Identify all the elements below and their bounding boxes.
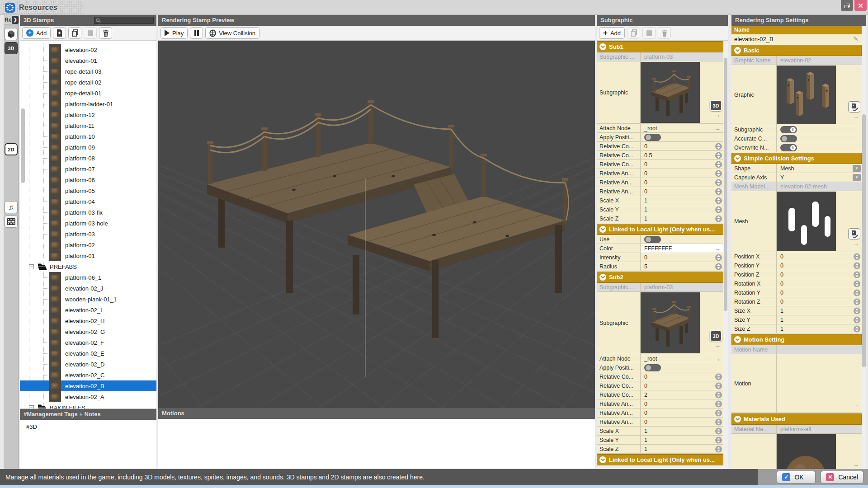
open-3d-picker-button[interactable]: 3D — [710, 330, 722, 342]
property-value[interactable]: 0 — [777, 288, 862, 297]
tree-item[interactable]: platform-07 — [20, 164, 156, 174]
section-header[interactable]: Sub1 — [597, 41, 723, 52]
spinner-control[interactable] — [715, 409, 722, 416]
tree-item[interactable]: platform-02 — [20, 239, 156, 250]
toggle-off[interactable] — [644, 236, 661, 243]
tree-folder[interactable]: –BAKIN FILES — [20, 402, 156, 409]
tree-item[interactable]: elevation-02 — [20, 44, 156, 55]
spinner-control[interactable] — [715, 436, 722, 443]
thumbnail-image[interactable] — [641, 62, 700, 123]
movie-tab[interactable] — [5, 216, 18, 228]
tree-folder[interactable]: –PREFABS — [20, 261, 156, 272]
property-value[interactable]: 0.5 — [641, 151, 723, 160]
detail-arrow-icon[interactable]: → — [714, 342, 721, 349]
new-page-button[interactable] — [53, 27, 66, 39]
spinner-control[interactable] — [854, 262, 860, 269]
detail-arrow-icon[interactable]: → — [853, 461, 859, 468]
tree-item[interactable]: elevation-01 — [20, 55, 156, 66]
copy-button[interactable] — [68, 27, 81, 39]
dropdown-button[interactable]: ▼ — [853, 174, 861, 181]
tree-item[interactable]: elevation-02_I — [20, 305, 156, 315]
property-value[interactable]: → — [777, 354, 862, 413]
property-value[interactable]: 0 — [641, 160, 723, 169]
tree-item[interactable]: platform-09 — [20, 142, 156, 153]
property-value[interactable] — [777, 345, 862, 354]
spinner-control[interactable] — [715, 418, 722, 425]
tree-item[interactable]: rope-detail-03 — [20, 66, 156, 77]
3d-stamps-tab[interactable]: 3D — [5, 42, 18, 54]
search-input[interactable] — [94, 17, 154, 24]
stamp-cube-tab[interactable] — [5, 28, 18, 40]
property-value[interactable]: 0 — [641, 169, 723, 178]
property-value[interactable]: 1 — [641, 427, 723, 435]
thumbnail-image[interactable] — [777, 192, 836, 251]
detail-arrow-icon[interactable]: → — [853, 113, 859, 120]
tags-note[interactable]: #3D — [20, 420, 156, 468]
property-value[interactable]: elevation-02-mesh — [777, 182, 862, 191]
property-value[interactable]: FFFFFFFF→ — [641, 244, 723, 253]
property-value[interactable] — [777, 143, 862, 152]
toggle-off[interactable] — [780, 135, 797, 142]
property-value[interactable]: platform-03 — [641, 52, 723, 61]
spinner-control[interactable] — [715, 143, 722, 150]
add-subgraphic-button[interactable]: +Add — [599, 27, 625, 39]
property-value[interactable] — [641, 133, 723, 141]
thumbnail-image[interactable] — [777, 434, 836, 469]
dropdown-button[interactable]: ▼ — [853, 165, 861, 172]
spinner-control[interactable] — [715, 188, 722, 195]
spinner-control[interactable] — [715, 161, 722, 168]
detail-arrow-icon[interactable]: → — [714, 125, 721, 132]
property-value[interactable]: 1 — [641, 214, 723, 223]
property-value[interactable]: → — [777, 65, 862, 125]
audio-tab[interactable]: ♫ — [5, 201, 18, 213]
tree-item[interactable]: elevation-02_D — [20, 359, 156, 370]
property-value[interactable]: Mesh▼ — [777, 164, 862, 173]
2d-stamps-tab[interactable]: 2D — [5, 143, 18, 155]
property-value[interactable]: 0 — [777, 261, 862, 270]
property-value[interactable]: 0 — [777, 270, 862, 279]
detail-arrow-icon[interactable]: → — [853, 400, 859, 408]
property-value[interactable]: 1 — [641, 205, 723, 214]
property-value[interactable]: 0 — [641, 253, 723, 262]
spinner-control[interactable] — [854, 271, 860, 278]
property-value[interactable]: 1 — [777, 324, 862, 333]
delete-subgraphic-button[interactable] — [658, 27, 671, 39]
property-value[interactable]: 0 — [641, 418, 723, 426]
tree-item[interactable]: elevation-02_G — [20, 326, 156, 337]
property-value[interactable]: 1 — [641, 196, 723, 205]
tree-item[interactable]: rope-detail-01 — [20, 88, 156, 99]
tree-item[interactable]: platform-06 — [20, 174, 156, 185]
tree-item[interactable]: rope-detail-02 — [20, 77, 156, 88]
property-value[interactable] — [777, 134, 862, 143]
cancel-button[interactable]: ✕Cancel — [821, 471, 863, 483]
spinner-control[interactable] — [715, 263, 722, 270]
spinner-control[interactable] — [715, 179, 722, 186]
property-value[interactable]: 0 — [641, 372, 723, 381]
restore-window-button[interactable] — [841, 0, 853, 11]
thumbnail-image[interactable] — [777, 66, 836, 124]
property-value[interactable]: _root→ — [641, 124, 723, 132]
property-value[interactable] — [777, 125, 862, 134]
property-value[interactable]: 0 — [641, 187, 723, 196]
spinner-control[interactable] — [715, 382, 722, 389]
property-value[interactable]: 0 — [641, 381, 723, 390]
tree-item[interactable]: elevation-02_J — [20, 283, 156, 294]
property-value[interactable]: 0 — [641, 399, 723, 408]
tree-item[interactable]: elevation-02_B — [20, 380, 156, 391]
tree-item[interactable]: platform-06_1 — [20, 272, 156, 283]
spinner-control[interactable] — [715, 215, 722, 222]
detail-arrow-icon[interactable]: → — [714, 355, 721, 362]
property-value[interactable]: 5 — [641, 262, 723, 271]
toggle-off[interactable] — [644, 134, 661, 141]
section-header[interactable]: Motion Setting — [731, 334, 862, 345]
spinner-control[interactable] — [854, 280, 860, 287]
spinner-control[interactable] — [715, 427, 722, 434]
property-value[interactable]: 1 — [777, 306, 862, 315]
spinner-control[interactable] — [854, 307, 860, 314]
spinner-control[interactable] — [715, 197, 722, 204]
section-header[interactable]: Linked to Local Light (Only when us... — [597, 224, 723, 235]
tree-item[interactable]: elevation-02_C — [20, 370, 156, 380]
swap-resource-button[interactable] — [848, 101, 860, 113]
tree-item[interactable]: platform-11 — [20, 120, 156, 131]
section-header[interactable]: Simple Collision Settings — [731, 153, 862, 164]
